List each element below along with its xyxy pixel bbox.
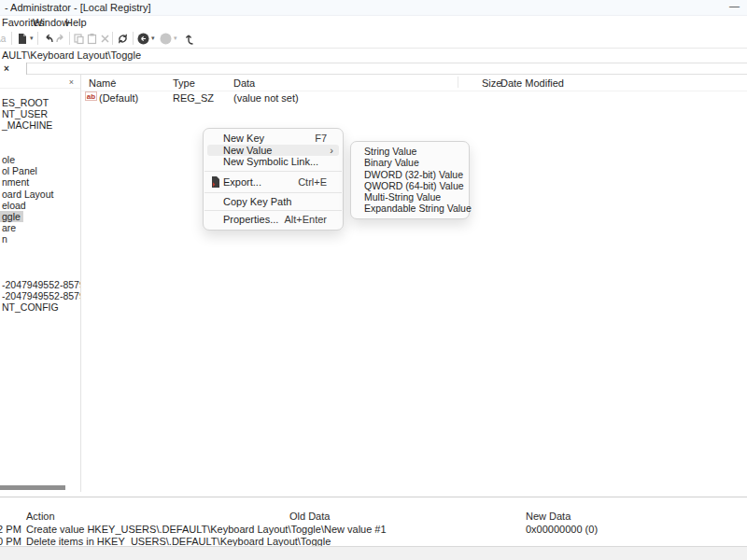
tab-close-icon[interactable]: ×	[4, 63, 9, 75]
app-window: - Administrator - [Local Registry] — Fav…	[0, 0, 747, 560]
tree-item[interactable]: ole	[0, 154, 80, 165]
menu-item-new-value[interactable]: New Value ›	[207, 145, 339, 157]
log-column-new-data[interactable]: New Data	[526, 510, 571, 523]
menu-help[interactable]: Help	[65, 16, 87, 30]
tree-item[interactable]: n	[0, 233, 80, 245]
window-title: - Administrator - [Local Registry]	[5, 0, 151, 15]
address-bar[interactable]: AULT\Keyboard Layout\Toggle	[0, 48, 747, 63]
tree-item[interactable]	[0, 143, 80, 154]
tree-item[interactable]	[0, 268, 80, 279]
undo-icon[interactable]	[42, 33, 54, 45]
tree-item[interactable]: ol Panel	[0, 165, 80, 176]
column-size[interactable]: Size	[482, 77, 501, 91]
submenu-item-multi-string-value[interactable]: Multi-String Value	[355, 191, 465, 203]
redo-icon[interactable]	[55, 33, 67, 45]
tree-item[interactable]	[0, 132, 80, 143]
menu-separator	[204, 192, 342, 193]
registry-tab[interactable]: ×	[0, 63, 27, 75]
submenu-item-expandable-string-value[interactable]: Expandable String Value	[355, 203, 465, 214]
value-name: (Default)	[99, 91, 138, 105]
shortcut-label: F7	[315, 133, 327, 145]
title-bar: - Administrator - [Local Registry] —	[0, 0, 747, 16]
tree-item[interactable]: eload	[0, 200, 80, 211]
log-column-action[interactable]: Action	[26, 510, 55, 523]
menu-item-properties[interactable]: Properties... Alt+Enter	[207, 214, 339, 226]
toolbar-separator	[11, 32, 12, 45]
column-data[interactable]: Data	[233, 77, 255, 91]
tree-item[interactable]: _MACHINE	[0, 119, 80, 131]
paste-icon[interactable]	[86, 33, 98, 45]
refresh-icon[interactable]	[117, 33, 129, 45]
up-parent-icon[interactable]	[183, 33, 195, 45]
new-key-dropdown-icon[interactable]: ▾	[30, 35, 34, 42]
tab-strip: ×	[0, 63, 747, 75]
menu-window[interactable]: Window	[33, 16, 69, 30]
menu-separator	[204, 210, 342, 211]
status-bar	[0, 546, 747, 560]
shortcut-label: Ctrl+E	[298, 175, 327, 189]
tree-item[interactable]: oard Layout	[0, 189, 80, 200]
value-type: REG_SZ	[173, 91, 214, 105]
log-panel: Action Old Data New Data 22 PM Create va…	[0, 497, 747, 545]
back-icon[interactable]	[137, 33, 149, 45]
toolbar-separator	[37, 32, 38, 45]
tree-item[interactable]: NT_CONFIG	[0, 301, 80, 313]
column-date-modified[interactable]: Date Modified	[500, 77, 564, 91]
registry-tree: ES_ROOTNT_USER_MACHINEoleol Panelnmentoa…	[0, 97, 80, 314]
tree-item[interactable]: ES_ROOT	[0, 97, 80, 108]
copy-icon[interactable]	[73, 33, 85, 45]
menu-item-copy-key-path[interactable]: Copy Key Path	[207, 196, 339, 208]
log-header: Action Old Data New Data	[0, 510, 747, 523]
context-menu: New Key F7 New Value › New Symbolic Link…	[203, 128, 344, 231]
tree-item[interactable]: NT_USER	[0, 108, 80, 119]
delete-icon[interactable]	[99, 33, 111, 45]
column-name[interactable]: Name	[89, 77, 116, 91]
tree-panel-close-icon[interactable]: ×	[69, 77, 74, 88]
toolbar-separator	[112, 32, 113, 45]
menu-bar: Favorites Window Help	[0, 16, 747, 30]
minimize-icon[interactable]: —	[729, 0, 740, 13]
address-path[interactable]: AULT\Keyboard Layout\Toggle	[2, 49, 141, 63]
tree-item[interactable]: -2047949552-857980807	[0, 279, 80, 290]
tree-panel: × ES_ROOTNT_USER_MACHINEoleol Panelnment…	[0, 75, 80, 492]
tree-item[interactable]: ggle	[0, 211, 80, 222]
column-type[interactable]: Type	[173, 77, 195, 91]
toolbar: Aa ▾ ▾ ▾	[0, 31, 747, 47]
tree-item[interactable]	[0, 245, 80, 256]
submenu-item-binary-value[interactable]: Binary Value	[355, 157, 465, 168]
tree-hscrollbar[interactable]	[0, 484, 80, 491]
value-row[interactable]: ab (Default) REG_SZ (value not set)	[81, 91, 747, 105]
forward-icon[interactable]	[160, 33, 172, 45]
menu-separator	[204, 171, 342, 172]
submenu-item-qword-value[interactable]: QWORD (64-bit) Value	[355, 180, 465, 191]
string-value-icon: ab	[85, 91, 97, 101]
log-row[interactable]: 22 PM Create value HKEY_USERS\.DEFAULT\K…	[0, 524, 747, 536]
new-key-icon[interactable]	[16, 33, 28, 45]
tree-hscrollbar-thumb[interactable]	[0, 485, 65, 490]
tree-item[interactable]: -2047949552-857980807	[0, 290, 80, 301]
toolbar-separator	[69, 32, 70, 45]
tree-panel-header: ×	[0, 77, 80, 89]
export-icon	[210, 176, 220, 188]
tree-item[interactable]: nment	[0, 176, 80, 188]
column-separator[interactable]	[458, 77, 458, 88]
submenu-item-string-value[interactable]: String Value	[355, 146, 465, 157]
tree-item[interactable]	[0, 257, 80, 268]
forward-dropdown-icon[interactable]: ▾	[174, 35, 177, 42]
new-value-submenu: String Value Binary Value DWORD (32-bit)…	[350, 141, 470, 219]
log-time: 22 PM	[0, 524, 17, 536]
clipped-icon[interactable]: Aa	[0, 33, 7, 45]
tree-item[interactable]: are	[0, 222, 80, 233]
toolbar-separator	[133, 32, 134, 45]
value-list-pane: ˆ Name Type Data Size Date Modified ab (…	[81, 75, 747, 492]
log-new-data: 0x00000000 (0)	[526, 524, 598, 536]
menu-item-new-key[interactable]: New Key F7	[207, 133, 339, 145]
value-data: (value not set)	[233, 91, 299, 105]
back-dropdown-icon[interactable]: ▾	[151, 35, 155, 42]
log-column-old-data[interactable]: Old Data	[289, 510, 330, 523]
submenu-arrow-icon: ›	[330, 145, 333, 157]
menu-item-new-symbolic-link[interactable]: New Symbolic Link...	[207, 156, 339, 168]
menu-item-export[interactable]: Export... Ctrl+E	[207, 175, 339, 189]
submenu-item-dword-value[interactable]: DWORD (32-bit) Value	[355, 169, 465, 180]
shortcut-label: Alt+Enter	[284, 214, 327, 226]
